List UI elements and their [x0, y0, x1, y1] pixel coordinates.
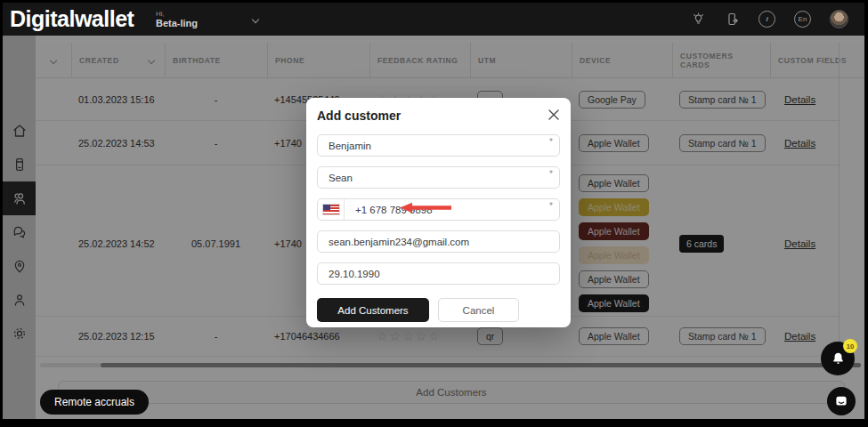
language-selector[interactable]: En	[794, 11, 811, 28]
close-icon[interactable]	[548, 109, 560, 121]
bell-icon	[831, 351, 846, 367]
required-mark: *	[549, 169, 553, 179]
chevron-down-icon[interactable]	[252, 15, 259, 22]
email-field-wrap	[317, 230, 560, 253]
first-name-input[interactable]	[318, 141, 559, 151]
support-chat-button[interactable]	[827, 387, 856, 415]
add-customers-button[interactable]: Add Customers	[317, 298, 429, 322]
app-window: Digitalwallet Hi, Beta-ling i En	[3, 3, 864, 419]
country-selector[interactable]	[318, 199, 345, 220]
greeting-name: Beta-ling	[156, 18, 198, 29]
add-customer-modal: Add customer * * * Add Customers	[306, 98, 571, 327]
us-flag-icon	[323, 205, 339, 214]
chat-bubble-icon	[833, 393, 849, 409]
phone-input[interactable]	[345, 205, 559, 215]
required-mark: *	[549, 201, 553, 211]
first-name-field-wrap: *	[317, 134, 560, 157]
modal-title: Add customer	[317, 109, 401, 123]
app-logo: Digitalwallet	[3, 6, 156, 32]
birthdate-field-wrap	[317, 262, 560, 285]
notifications-button[interactable]: 10	[821, 342, 855, 375]
topbar-actions: i En	[691, 3, 848, 36]
user-greeting: Hi, Beta-ling	[156, 10, 198, 29]
info-icon[interactable]: i	[758, 11, 775, 28]
required-mark: *	[549, 137, 553, 147]
last-name-input[interactable]	[318, 173, 559, 183]
cancel-button[interactable]: Cancel	[438, 298, 519, 322]
user-avatar[interactable]	[830, 10, 848, 28]
device-export-icon[interactable]	[725, 12, 740, 27]
birthdate-input[interactable]	[318, 269, 559, 279]
annotation-arrow-icon	[400, 202, 451, 214]
notification-count-badge: 10	[843, 339, 857, 353]
topbar: Digitalwallet Hi, Beta-ling i En	[3, 3, 864, 36]
greeting-hi: Hi,	[156, 10, 198, 18]
remote-accruals-button[interactable]: Remote accruals	[40, 390, 149, 415]
last-name-field-wrap: *	[317, 166, 560, 189]
email-input[interactable]	[318, 237, 559, 247]
lightbulb-icon[interactable]	[691, 12, 706, 27]
